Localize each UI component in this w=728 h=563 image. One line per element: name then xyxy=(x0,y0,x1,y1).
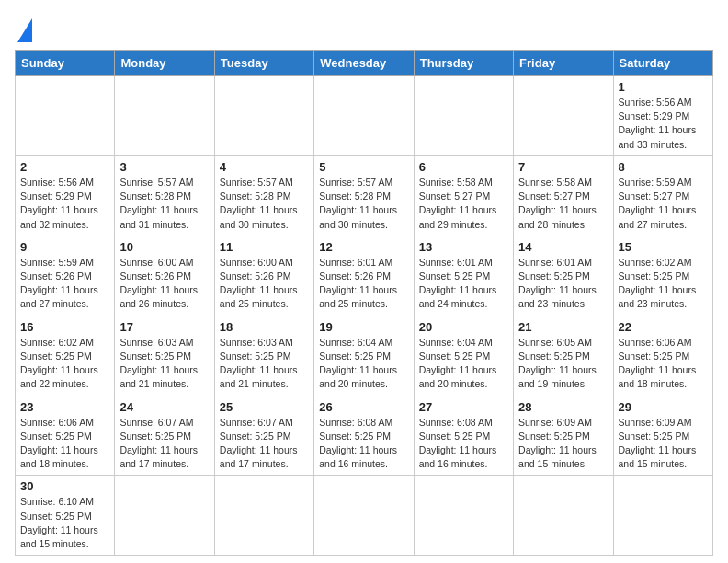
calendar-week-row: 2Sunrise: 5:56 AM Sunset: 5:29 PM Daylig… xyxy=(16,155,713,236)
calendar-cell: 28Sunrise: 6:09 AM Sunset: 5:25 PM Dayli… xyxy=(514,396,613,476)
day-number: 26 xyxy=(319,400,408,414)
day-number: 12 xyxy=(319,240,408,254)
calendar-cell: 1Sunrise: 5:56 AM Sunset: 5:29 PM Daylig… xyxy=(613,76,712,156)
col-header-friday: Friday xyxy=(514,51,613,76)
day-info: Sunrise: 5:57 AM Sunset: 5:28 PM Dayligh… xyxy=(119,176,209,232)
day-info: Sunrise: 5:58 AM Sunset: 5:27 PM Dayligh… xyxy=(419,176,508,232)
calendar-cell: 7Sunrise: 5:58 AM Sunset: 5:27 PM Daylig… xyxy=(514,155,613,236)
calendar-cell xyxy=(115,476,214,556)
calendar-cell: 21Sunrise: 6:05 AM Sunset: 5:25 PM Dayli… xyxy=(514,316,613,396)
day-number: 28 xyxy=(518,400,608,414)
calendar-cell: 25Sunrise: 6:07 AM Sunset: 5:25 PM Dayli… xyxy=(214,396,313,476)
calendar-cell: 19Sunrise: 6:04 AM Sunset: 5:25 PM Dayli… xyxy=(314,316,414,396)
calendar-cell: 6Sunrise: 5:58 AM Sunset: 5:27 PM Daylig… xyxy=(414,155,513,236)
day-info: Sunrise: 6:08 AM Sunset: 5:25 PM Dayligh… xyxy=(419,416,508,472)
calendar-table: SundayMondayTuesdayWednesdayThursdayFrid… xyxy=(15,50,713,556)
calendar-cell xyxy=(214,76,313,156)
day-info: Sunrise: 6:05 AM Sunset: 5:25 PM Dayligh… xyxy=(518,336,608,392)
day-info: Sunrise: 6:01 AM Sunset: 5:25 PM Dayligh… xyxy=(518,256,608,312)
calendar-cell: 24Sunrise: 6:07 AM Sunset: 5:25 PM Dayli… xyxy=(115,396,214,476)
calendar-week-row: 16Sunrise: 6:02 AM Sunset: 5:25 PM Dayli… xyxy=(16,316,713,396)
header xyxy=(15,15,713,42)
col-header-thursday: Thursday xyxy=(414,51,513,76)
day-info: Sunrise: 6:09 AM Sunset: 5:25 PM Dayligh… xyxy=(619,416,708,472)
day-number: 10 xyxy=(119,240,209,254)
calendar-cell: 20Sunrise: 6:04 AM Sunset: 5:25 PM Dayli… xyxy=(414,316,513,396)
day-number: 27 xyxy=(419,400,508,414)
day-info: Sunrise: 6:02 AM Sunset: 5:25 PM Dayligh… xyxy=(20,336,109,392)
calendar-cell: 29Sunrise: 6:09 AM Sunset: 5:25 PM Dayli… xyxy=(613,396,712,476)
calendar-week-row: 1Sunrise: 5:56 AM Sunset: 5:29 PM Daylig… xyxy=(16,76,713,156)
calendar-cell xyxy=(514,76,613,156)
calendar-cell xyxy=(613,476,712,556)
calendar-cell: 16Sunrise: 6:02 AM Sunset: 5:25 PM Dayli… xyxy=(16,316,115,396)
calendar-cell xyxy=(115,76,214,156)
day-info: Sunrise: 6:00 AM Sunset: 5:26 PM Dayligh… xyxy=(119,256,209,312)
day-number: 19 xyxy=(319,320,408,334)
day-info: Sunrise: 6:01 AM Sunset: 5:26 PM Dayligh… xyxy=(319,256,408,312)
calendar-week-row: 23Sunrise: 6:06 AM Sunset: 5:25 PM Dayli… xyxy=(16,396,713,476)
day-number: 24 xyxy=(119,400,209,414)
day-number: 18 xyxy=(220,320,309,334)
day-info: Sunrise: 6:06 AM Sunset: 5:25 PM Dayligh… xyxy=(619,336,708,392)
calendar-cell: 26Sunrise: 6:08 AM Sunset: 5:25 PM Dayli… xyxy=(314,396,414,476)
calendar-cell: 2Sunrise: 5:56 AM Sunset: 5:29 PM Daylig… xyxy=(16,155,115,236)
day-info: Sunrise: 6:06 AM Sunset: 5:25 PM Dayligh… xyxy=(20,416,109,472)
day-info: Sunrise: 5:57 AM Sunset: 5:28 PM Dayligh… xyxy=(319,176,408,232)
day-info: Sunrise: 5:56 AM Sunset: 5:29 PM Dayligh… xyxy=(20,176,109,232)
day-number: 8 xyxy=(619,160,708,174)
day-info: Sunrise: 5:57 AM Sunset: 5:28 PM Dayligh… xyxy=(220,176,309,232)
day-number: 14 xyxy=(518,240,608,254)
day-number: 16 xyxy=(20,320,109,334)
day-info: Sunrise: 6:03 AM Sunset: 5:25 PM Dayligh… xyxy=(119,336,209,392)
calendar-cell: 15Sunrise: 6:02 AM Sunset: 5:25 PM Dayli… xyxy=(613,236,712,316)
logo xyxy=(15,15,32,42)
calendar-cell: 17Sunrise: 6:03 AM Sunset: 5:25 PM Dayli… xyxy=(115,316,214,396)
calendar-cell xyxy=(514,476,613,556)
calendar-cell: 9Sunrise: 5:59 AM Sunset: 5:26 PM Daylig… xyxy=(16,236,115,316)
day-number: 21 xyxy=(518,320,608,334)
calendar-cell: 14Sunrise: 6:01 AM Sunset: 5:25 PM Dayli… xyxy=(514,236,613,316)
col-header-monday: Monday xyxy=(115,51,214,76)
day-info: Sunrise: 6:03 AM Sunset: 5:25 PM Dayligh… xyxy=(220,336,309,392)
calendar-cell xyxy=(414,76,513,156)
day-info: Sunrise: 5:59 AM Sunset: 5:26 PM Dayligh… xyxy=(20,256,109,312)
calendar-cell: 13Sunrise: 6:01 AM Sunset: 5:25 PM Dayli… xyxy=(414,236,513,316)
calendar-cell xyxy=(314,76,414,156)
day-number: 15 xyxy=(619,240,708,254)
calendar-cell: 3Sunrise: 5:57 AM Sunset: 5:28 PM Daylig… xyxy=(115,155,214,236)
day-info: Sunrise: 6:01 AM Sunset: 5:25 PM Dayligh… xyxy=(419,256,508,312)
day-number: 11 xyxy=(220,240,309,254)
day-number: 6 xyxy=(419,160,508,174)
day-info: Sunrise: 6:10 AM Sunset: 5:25 PM Dayligh… xyxy=(20,495,109,551)
calendar-cell: 22Sunrise: 6:06 AM Sunset: 5:25 PM Dayli… xyxy=(613,316,712,396)
day-number: 29 xyxy=(619,400,708,414)
calendar-cell xyxy=(314,476,414,556)
day-info: Sunrise: 6:04 AM Sunset: 5:25 PM Dayligh… xyxy=(419,336,508,392)
logo-triangle-icon xyxy=(17,18,32,42)
day-number: 30 xyxy=(20,479,109,493)
calendar-cell: 30Sunrise: 6:10 AM Sunset: 5:25 PM Dayli… xyxy=(16,476,115,556)
calendar-cell: 4Sunrise: 5:57 AM Sunset: 5:28 PM Daylig… xyxy=(214,155,313,236)
col-header-wednesday: Wednesday xyxy=(314,51,414,76)
day-number: 5 xyxy=(319,160,408,174)
day-number: 17 xyxy=(119,320,209,334)
day-number: 4 xyxy=(220,160,309,174)
day-info: Sunrise: 6:02 AM Sunset: 5:25 PM Dayligh… xyxy=(619,256,708,312)
day-number: 22 xyxy=(619,320,708,334)
day-number: 7 xyxy=(518,160,608,174)
day-info: Sunrise: 5:59 AM Sunset: 5:27 PM Dayligh… xyxy=(619,176,708,232)
day-info: Sunrise: 5:58 AM Sunset: 5:27 PM Dayligh… xyxy=(518,176,608,232)
day-number: 20 xyxy=(419,320,508,334)
col-header-saturday: Saturday xyxy=(613,51,712,76)
calendar-cell xyxy=(16,76,115,156)
day-info: Sunrise: 6:07 AM Sunset: 5:25 PM Dayligh… xyxy=(220,416,309,472)
calendar-cell: 23Sunrise: 6:06 AM Sunset: 5:25 PM Dayli… xyxy=(16,396,115,476)
col-header-tuesday: Tuesday xyxy=(214,51,313,76)
day-number: 2 xyxy=(20,160,109,174)
calendar-cell: 27Sunrise: 6:08 AM Sunset: 5:25 PM Dayli… xyxy=(414,396,513,476)
col-header-sunday: Sunday xyxy=(16,51,115,76)
calendar-cell: 12Sunrise: 6:01 AM Sunset: 5:26 PM Dayli… xyxy=(314,236,414,316)
day-info: Sunrise: 6:08 AM Sunset: 5:25 PM Dayligh… xyxy=(319,416,408,472)
calendar-week-row: 30Sunrise: 6:10 AM Sunset: 5:25 PM Dayli… xyxy=(16,476,713,556)
